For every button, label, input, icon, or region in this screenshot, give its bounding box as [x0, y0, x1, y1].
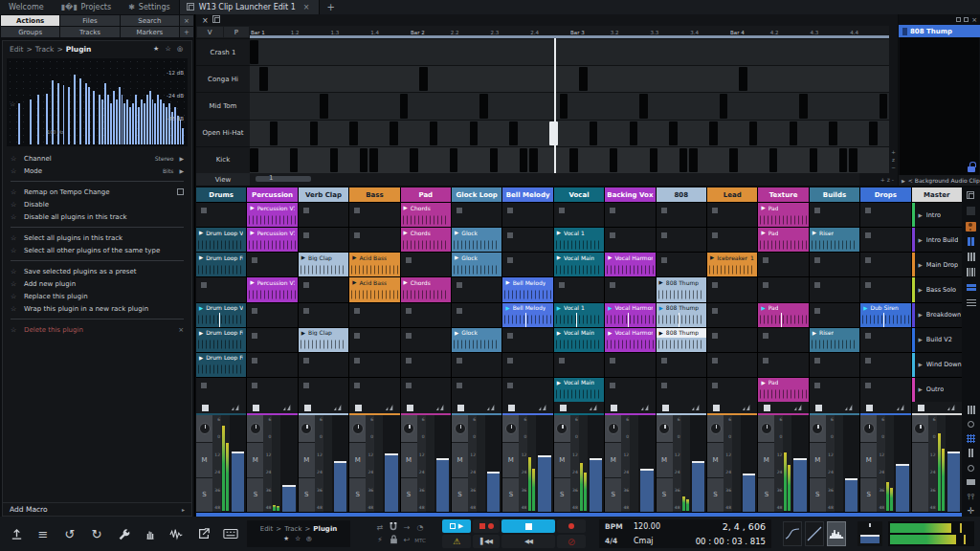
panel-tab-groups[interactable]: Groups [1, 27, 59, 37]
automation-icon[interactable] [231, 404, 240, 411]
solo-button[interactable]: S [554, 478, 570, 513]
loop-return-icon[interactable]: ↩ [404, 536, 411, 544]
clip-stop-square[interactable] [712, 208, 718, 213]
drum-note[interactable] [829, 121, 837, 145]
automation-icon[interactable] [844, 404, 854, 411]
clip-stop-square[interactable] [661, 383, 667, 388]
clip-stop-square[interactable] [763, 282, 768, 288]
clip-play-icon[interactable]: ▶ [557, 330, 561, 336]
clip-play-icon[interactable]: ▶ [199, 305, 203, 311]
solo-button[interactable]: S [196, 478, 212, 513]
clip-play-icon[interactable]: ▶ [863, 305, 867, 311]
timeline-ruler[interactable]: Bar 11.21.31.4Bar 22.22.32.4Bar 33.23.33… [250, 26, 889, 35]
star-icon[interactable]: ☆ [11, 280, 18, 288]
note-grid[interactable] [250, 38, 889, 173]
volume-fader[interactable] [485, 415, 501, 512]
clip-vocal-1[interactable]: ▶Vocal 1 [554, 303, 604, 327]
clip-play-icon[interactable]: ▶ [455, 230, 458, 235]
volume-fader[interactable] [230, 415, 246, 512]
clip-play-icon[interactable]: ▶ [404, 205, 408, 210]
clip-stop-square[interactable] [661, 232, 667, 238]
record-arm-button[interactable] [473, 519, 500, 533]
clip-pad[interactable]: ▶Pad [758, 378, 808, 402]
star-icon[interactable]: ☆ [11, 293, 18, 300]
clip-header[interactable]: ▶Drum Loop Full [196, 353, 246, 363]
clip-dub-siren[interactable]: ▶Dub Siren [860, 303, 910, 327]
punch-icon[interactable]: ⚡ [377, 536, 383, 544]
clip-stop-square[interactable] [507, 333, 513, 339]
solo-button[interactable]: S [605, 478, 621, 513]
favorite-icons[interactable]: ★ ☆ ◎ [153, 45, 185, 53]
clip-header[interactable]: ▶Chords [401, 277, 451, 287]
target-icon[interactable] [965, 419, 977, 429]
clip-stop-square[interactable] [303, 232, 309, 238]
clip-vocal-1[interactable]: ▶Vocal 1 [554, 228, 604, 252]
pan-knob[interactable] [403, 423, 414, 434]
drum-lane-crash-1[interactable]: Crash 1 [196, 38, 250, 65]
detach-window-icon[interactable] [214, 17, 220, 23]
clip-slot[interactable] [758, 328, 808, 352]
clip-slot[interactable] [349, 378, 399, 402]
clip-play-icon[interactable]: ▶ [659, 279, 663, 285]
menu-item-select-all-other-plugins-of-the-same-type[interactable]: ☆Select all other plugins of the same ty… [3, 244, 191, 256]
maximize-icon[interactable] [964, 17, 969, 22]
add-macro-button[interactable]: Add Macro ▸ [3, 502, 191, 516]
mute-button[interactable]: M [349, 443, 366, 477]
clip-header[interactable]: ▶Big Clap [299, 328, 348, 338]
four-columns-icon[interactable] [965, 267, 977, 277]
clip-drum-loop-full[interactable]: ▶Drum Loop Full [196, 328, 246, 352]
clip-stop-square[interactable] [406, 308, 412, 314]
drum-note[interactable] [709, 121, 718, 145]
clip-stop-square[interactable] [559, 282, 565, 288]
clip-header[interactable]: ▶Vocal Harmony [605, 253, 655, 262]
clip-slot[interactable] [758, 277, 808, 301]
clip-slot[interactable] [605, 378, 655, 402]
clip-stop-square[interactable] [814, 208, 820, 213]
selected-clip-header[interactable]: 808 Thump [899, 25, 980, 37]
clip-slot[interactable]: ▶Percussion V1 [247, 277, 297, 301]
drum-note[interactable] [259, 67, 268, 91]
time-display[interactable]: 00 : 00 : 03 . 815 [674, 537, 766, 546]
clip-stop-square[interactable] [507, 358, 513, 364]
clip-play-icon[interactable]: ▶ [250, 205, 254, 210]
menu-item-delete-this-plugin[interactable]: ☆Delete this plugin× [3, 323, 191, 336]
clip-header[interactable]: ▶Percussion V1 [247, 203, 297, 212]
clip-slot[interactable] [196, 203, 246, 227]
clip-header[interactable]: ▶Dub Siren [860, 303, 910, 313]
clip-play-icon[interactable]: ▶ [608, 330, 612, 336]
automation-icon[interactable] [640, 404, 650, 411]
volume-fader[interactable] [536, 415, 552, 512]
clip-stop-square[interactable] [201, 282, 207, 288]
settings-wrench-button[interactable] [113, 523, 134, 544]
clip-stop-square[interactable] [252, 308, 257, 314]
drum-lane-kick[interactable]: Kick [196, 146, 250, 173]
clip-slot[interactable] [860, 203, 910, 227]
clip-play-icon[interactable]: ▶ [199, 230, 203, 235]
clip-pad[interactable]: ▶Pad [758, 203, 808, 227]
scene-build-v2[interactable]: ▶Build V2 [912, 328, 962, 352]
scene-play-icon[interactable]: ▶ [919, 287, 923, 293]
clip-header[interactable]: ▶Pad [758, 203, 808, 212]
pan-knob[interactable] [301, 423, 312, 434]
clip-slot[interactable] [452, 277, 501, 301]
track-header-master[interactable]: Master [912, 187, 962, 202]
strip-stop-button[interactable] [815, 405, 822, 411]
clip-slot[interactable] [401, 253, 451, 276]
solo-button[interactable]: S [502, 478, 519, 513]
clip-header[interactable]: ▶Glock [452, 253, 501, 262]
volume-fader[interactable] [946, 415, 962, 512]
tab-welcome[interactable]: Welcome [0, 0, 53, 14]
clip-slot[interactable]: ▶Chords [401, 203, 451, 227]
clip-slot[interactable] [299, 203, 348, 227]
clip-slot[interactable]: ▶Big Clap [299, 253, 348, 276]
clip-header[interactable]: ▶808 Thump [657, 328, 706, 338]
clip-stop-square[interactable] [610, 282, 615, 288]
clip-slot[interactable] [810, 303, 859, 327]
clip-slot[interactable] [657, 203, 706, 227]
pan-knob[interactable] [556, 423, 568, 434]
menu-item-channel[interactable]: ☆ChannelStereo▶ [3, 152, 191, 165]
track-header-bell-melody[interactable]: Bell Melody [502, 187, 552, 202]
clip-stop-square[interactable] [712, 308, 718, 314]
mute-button[interactable]: M [502, 443, 519, 477]
drum-note[interactable] [869, 121, 878, 145]
